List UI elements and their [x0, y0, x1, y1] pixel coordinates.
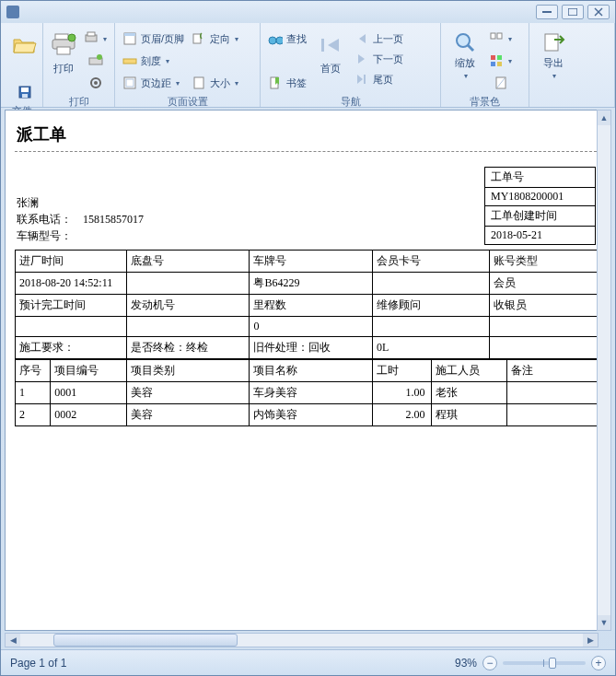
statusbar: Page 1 of 1 93% − + — [1, 649, 615, 675]
svg-rect-33 — [491, 55, 495, 60]
gear-icon — [88, 76, 103, 90]
svg-point-16 — [94, 81, 98, 85]
quick-print-button[interactable]: ▾ — [82, 29, 109, 49]
doc-title: 派工单 — [15, 123, 601, 152]
svg-rect-22 — [193, 34, 201, 43]
quick-print-icon — [84, 31, 99, 46]
watermark-button[interactable] — [492, 73, 510, 93]
bg-pages-button[interactable]: ▾ — [487, 29, 514, 49]
zoom-button[interactable]: 缩放▾ — [447, 29, 483, 80]
last-page-button[interactable]: 尾页 — [353, 69, 405, 89]
scroll-up-button[interactable]: ▲ — [598, 111, 610, 125]
scroll-right-button[interactable]: ▶ — [583, 634, 598, 647]
print-options-icon — [88, 53, 103, 68]
export-icon — [539, 30, 568, 54]
svg-rect-31 — [491, 33, 495, 39]
contact-value: 15815857017 — [83, 213, 144, 226]
svg-rect-7 — [55, 34, 68, 40]
svg-rect-39 — [545, 34, 558, 51]
customer-name: 张澜 — [17, 194, 144, 211]
prev-page-button[interactable]: 上一页 — [353, 29, 405, 49]
work-order-no-label: 工单号 — [485, 168, 596, 188]
page-size-icon — [192, 76, 206, 90]
svg-point-29 — [457, 34, 470, 47]
export-button[interactable]: 导出▾ — [535, 29, 572, 80]
find-button[interactable]: 查找 — [266, 29, 308, 49]
header-footer-button[interactable]: 页眉/页脚 — [121, 29, 186, 49]
zoom-out-button[interactable]: − — [482, 656, 497, 670]
size-button[interactable]: 大小▾ — [190, 73, 240, 93]
horizontal-scrollbar[interactable]: ◀ ▶ — [5, 633, 599, 647]
print-settings-button[interactable] — [87, 73, 105, 93]
header-footer-icon — [122, 31, 137, 46]
created-value: 2018-05-21 — [485, 227, 596, 245]
svg-line-30 — [468, 45, 473, 51]
zoom-knob[interactable] — [549, 658, 556, 669]
vehicle-model-label: 车辆型号： — [17, 227, 144, 244]
table-row: 1 0001 美容 车身美容 1.00 老张 — [16, 382, 601, 404]
document-viewport: 派工单 张澜 联系电话： 15815857017 车辆型号： 工单号 MY180… — [5, 110, 611, 631]
scroll-thumb[interactable] — [53, 634, 238, 647]
customer-block: 张澜 联系电话： 15815857017 车辆型号： — [17, 194, 144, 244]
svg-rect-0 — [542, 11, 552, 13]
minimize-button[interactable] — [536, 5, 558, 19]
svg-rect-32 — [497, 33, 502, 39]
svg-rect-18 — [124, 33, 135, 36]
binoculars-icon — [268, 31, 283, 46]
contact-label: 联系电话： — [17, 213, 72, 226]
zoom-in-button[interactable]: + — [591, 656, 606, 670]
scale-button[interactable]: 刻度▾ — [121, 51, 171, 71]
svg-rect-1 — [568, 8, 577, 16]
print-button[interactable]: 打印 — [49, 29, 78, 80]
info-table: 进厂时间 底盘号 车牌号 会员卡号 账号类型 2018-08-20 14:52:… — [15, 250, 601, 359]
next-page-button[interactable]: 下一页 — [353, 49, 405, 69]
print-options-button[interactable] — [87, 51, 105, 71]
magnifier-icon — [450, 30, 480, 54]
svg-rect-34 — [497, 55, 502, 60]
svg-rect-28 — [364, 75, 366, 84]
prev-icon — [354, 31, 369, 46]
app-icon — [6, 6, 19, 18]
pages-icon — [489, 31, 504, 46]
first-page-icon — [316, 30, 345, 60]
bg-color-button[interactable]: ▾ — [487, 51, 514, 71]
orientation-icon — [192, 31, 206, 46]
titlebar — [1, 1, 615, 23]
zoom-slider[interactable] — [503, 661, 586, 665]
svg-rect-5 — [21, 87, 29, 92]
ribbon: 文件 打印 ▾ 打印 页眉/页脚 刻度▾ 页边距▾ — [1, 23, 615, 108]
bookmark-icon — [268, 76, 283, 90]
svg-rect-10 — [57, 47, 70, 54]
table-row: 2 0002 美容 内饰美容 2.00 程琪 — [16, 404, 601, 426]
svg-rect-19 — [123, 59, 136, 64]
close-button[interactable] — [587, 5, 610, 19]
scroll-down-button[interactable]: ▼ — [598, 615, 610, 630]
vertical-scrollbar[interactable]: ▲ ▼ — [597, 110, 611, 631]
bookmark-button[interactable]: 书签 — [266, 73, 308, 93]
maximize-button[interactable] — [562, 5, 584, 19]
page-indicator: Page 1 of 1 — [10, 657, 66, 670]
svg-rect-35 — [491, 62, 495, 66]
svg-point-24 — [269, 37, 276, 44]
created-label: 工单创建时间 — [485, 206, 596, 227]
svg-rect-36 — [497, 62, 502, 66]
folder-open-icon — [10, 30, 40, 60]
next-icon — [354, 52, 369, 66]
orientation-button[interactable]: 定向▾ — [190, 29, 240, 49]
items-table: 序号 项目编号 项目类别 项目名称 工时 施工人员 备注 1 0001 美容 — [15, 359, 601, 426]
color-icon — [489, 53, 504, 68]
scroll-left-button[interactable]: ◀ — [6, 634, 20, 647]
margins-icon — [122, 76, 137, 90]
first-page-button[interactable]: 首页 — [312, 29, 349, 80]
save-icon — [17, 85, 32, 99]
printer-icon — [49, 30, 78, 60]
svg-rect-6 — [22, 94, 28, 98]
save-button[interactable] — [16, 82, 34, 102]
svg-rect-23 — [194, 77, 203, 88]
svg-point-9 — [68, 34, 76, 41]
zoom-level: 93% — [455, 657, 477, 670]
work-order-block: 工单号 MY1808200001 工单创建时间 2018-05-21 — [484, 167, 596, 245]
margins-button[interactable]: 页边距▾ — [121, 73, 181, 93]
open-button[interactable] — [6, 29, 43, 80]
svg-rect-27 — [321, 39, 324, 52]
